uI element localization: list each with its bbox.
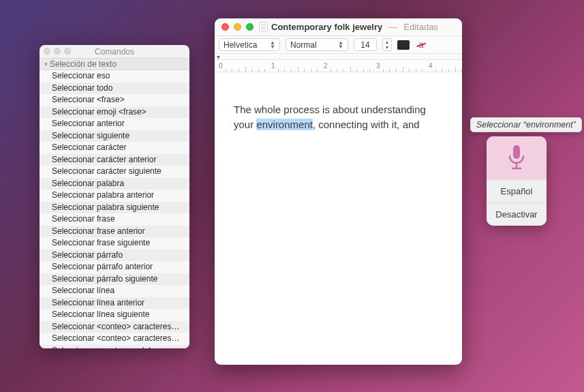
- stepper-up-icon[interactable]: ▲: [383, 39, 391, 45]
- font-size-value: 14: [360, 40, 369, 50]
- font-size-field[interactable]: 14: [354, 38, 377, 51]
- ruler-tick-label: 2: [324, 62, 328, 70]
- font-style-select[interactable]: Normal ▲▼: [286, 38, 348, 51]
- dictation-feedback-tooltip: Seleccionar “environment”: [470, 117, 582, 132]
- command-item[interactable]: Seleccionar frase anterior: [40, 226, 189, 238]
- zoom-icon[interactable]: [64, 48, 71, 55]
- ruler[interactable]: 01234: [215, 60, 462, 72]
- commands-window: Comandos ▾ Selección de texto Selecciona…: [40, 45, 189, 348]
- editor-document-title[interactable]: Contemporary folk jewelry — Editadas: [259, 22, 438, 32]
- close-icon[interactable]: [44, 48, 50, 55]
- font-family-value: Helvetica: [224, 40, 257, 50]
- font-style-value: Normal: [290, 40, 317, 50]
- ruler-tick-label: 0: [219, 62, 223, 70]
- command-item[interactable]: Seleccionar palabra: [40, 178, 189, 190]
- commands-list[interactable]: Seleccionar esoSeleccionar todoSeleccion…: [40, 70, 189, 348]
- command-item[interactable]: Seleccionar párrafo anterior: [40, 261, 189, 273]
- document-icon: [259, 22, 268, 32]
- command-item[interactable]: Seleccionar <conteo> caracteres…: [40, 321, 189, 333]
- command-item[interactable]: Seleccionar <frase>: [40, 94, 189, 106]
- command-item[interactable]: Seleccionar párrafo siguiente: [40, 273, 189, 286]
- editor-window: Contemporary folk jewelry — Editadas Hel…: [215, 18, 462, 365]
- commands-section-label: Selección de texto: [50, 59, 117, 69]
- font-family-select[interactable]: Helvetica ▲▼: [219, 38, 280, 51]
- body-text-selected[interactable]: environment: [256, 119, 313, 130]
- dictation-disable-button[interactable]: Desactivar: [487, 202, 547, 226]
- command-item[interactable]: Seleccionar línea anterior: [40, 297, 189, 310]
- editor-toolbar: Helvetica ▲▼ Normal ▲▼ 14 ▲ ▼ a: [215, 36, 462, 54]
- commands-title: Comandos: [95, 47, 134, 57]
- stepper-down-icon[interactable]: ▼: [383, 45, 391, 51]
- minimize-icon[interactable]: [234, 23, 241, 31]
- document-area[interactable]: The whole process is about understanding…: [215, 72, 462, 365]
- editor-title-status: Editadas: [403, 22, 438, 32]
- strikethrough-button[interactable]: a: [415, 39, 427, 51]
- command-item[interactable]: Seleccionar anterior: [40, 118, 189, 130]
- dictation-language-button[interactable]: Español: [487, 179, 547, 202]
- commands-titlebar[interactable]: Comandos: [40, 45, 189, 58]
- minimize-icon[interactable]: [54, 48, 61, 55]
- strikethrough-glyph: a: [418, 40, 423, 50]
- command-item[interactable]: Seleccionar carácter: [40, 142, 189, 154]
- command-item[interactable]: Seleccionar palabra anterior: [40, 190, 189, 202]
- commands-traffic-lights[interactable]: [44, 48, 71, 55]
- microphone-icon: [506, 144, 527, 172]
- command-item[interactable]: Seleccionar párrafo: [40, 250, 189, 262]
- command-item[interactable]: Seleccionar línea: [40, 285, 189, 297]
- chevron-updown-icon: ▲▼: [270, 41, 275, 49]
- body-text-after: , connecting with it, and: [313, 119, 420, 130]
- command-item[interactable]: Seleccionar línea siguiente: [40, 309, 189, 321]
- editor-title-separator: —: [386, 22, 400, 32]
- ruler-tick-label: 4: [429, 62, 433, 70]
- command-item[interactable]: Seleccionar <conteo> caracteres…: [40, 333, 189, 345]
- command-item[interactable]: Seleccionar <conteo> palabras…: [40, 345, 189, 349]
- command-item[interactable]: Seleccionar frase siguiente: [40, 237, 189, 250]
- commands-section-header[interactable]: ▾ Selección de texto: [40, 58, 189, 70]
- command-item[interactable]: Seleccionar palabra siguiente: [40, 202, 189, 214]
- font-size-stepper[interactable]: ▲ ▼: [382, 38, 392, 51]
- chevron-updown-icon: ▲▼: [338, 41, 343, 49]
- dictation-popover: Español Desactivar: [487, 136, 547, 226]
- ruler-indent-row[interactable]: ▾: [215, 54, 462, 60]
- command-item[interactable]: Seleccionar carácter siguiente: [40, 166, 189, 178]
- editor-title-text: Contemporary folk jewelry: [271, 22, 382, 32]
- text-color-swatch[interactable]: [397, 40, 410, 50]
- command-item[interactable]: Seleccionar siguiente: [40, 130, 189, 142]
- dictation-mic-area[interactable]: [487, 136, 547, 179]
- editor-traffic-lights: [215, 23, 253, 31]
- command-item[interactable]: Seleccionar todo: [40, 82, 189, 95]
- command-item[interactable]: Seleccionar emoji <frase>: [40, 106, 189, 119]
- svg-rect-0: [513, 145, 520, 159]
- command-item[interactable]: Seleccionar eso: [40, 70, 189, 82]
- editor-titlebar[interactable]: Contemporary folk jewelry — Editadas: [215, 18, 462, 36]
- zoom-icon[interactable]: [246, 23, 253, 31]
- chevron-down-icon: ▾: [42, 61, 50, 67]
- close-icon[interactable]: [221, 23, 229, 31]
- ruler-tick-label: 3: [376, 62, 380, 70]
- command-item[interactable]: Seleccionar carácter anterior: [40, 154, 189, 166]
- ruler-tick-label: 1: [271, 62, 275, 70]
- command-item[interactable]: Seleccionar frase: [40, 213, 189, 226]
